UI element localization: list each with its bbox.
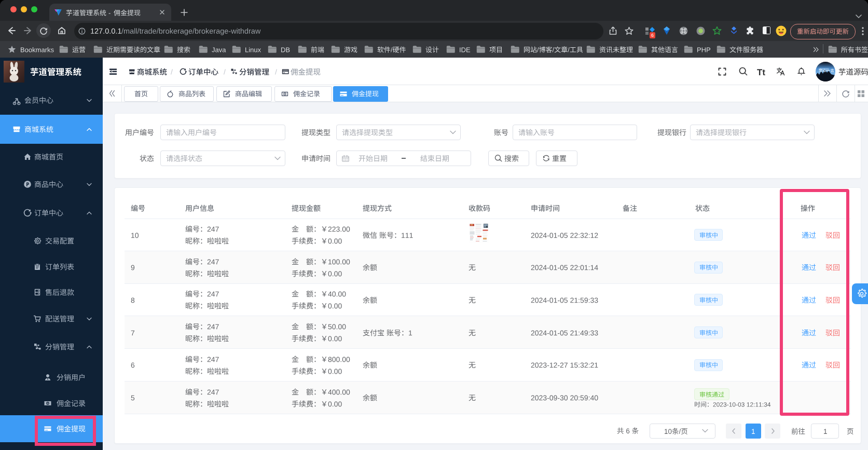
svg-text:6: 6 bbox=[651, 33, 654, 38]
